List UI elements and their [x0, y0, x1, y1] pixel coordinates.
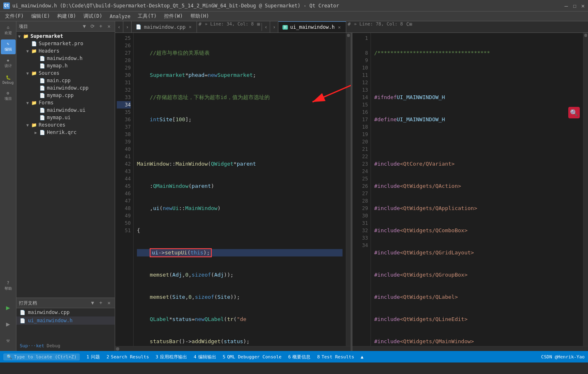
menu-analyze[interactable]: Analyze [106, 13, 134, 20]
project-tree[interactable]: ▼ 📁 Supermarket 📄 Supermarket.pro ▼ 📁 He… [16, 32, 115, 298]
cpp-file-icon: 📄 [20, 310, 25, 315]
tree-item-main-cpp[interactable]: 📄 main.cpp [16, 77, 115, 84]
status-num-8: 8 [317, 354, 320, 360]
code-panes: 25 26 27 28 29 30 31 32 33 34 35 36 37 3… [115, 33, 588, 351]
tree-arrow-henrik[interactable]: ▶ [35, 130, 39, 135]
panel-sync-btn[interactable]: ⟳ [89, 23, 96, 30]
right-line-numbers: 1 8 9 10 11 12 13 14 15 16 17 18 19 [352, 33, 371, 346]
right-code-content[interactable]: /*********************************** #if… [371, 33, 583, 346]
left-code-pane: 25 26 27 28 29 30 31 32 33 34 35 36 37 3… [115, 33, 351, 351]
close-button[interactable]: ✕ [581, 2, 585, 9]
status-app-output[interactable]: 3 应用程序输出 [155, 354, 187, 360]
menu-edit[interactable]: 编辑(E) [28, 12, 53, 21]
tree-item-forms[interactable]: ▼ 📁 Forms [16, 99, 115, 106]
open-docs-close[interactable]: ✕ [106, 300, 112, 306]
status-search-results[interactable]: 2 Search Results [106, 354, 149, 360]
right-code-pane: 🔍 1 8 9 10 11 12 13 14 15 16 17 [352, 33, 588, 351]
open-docs-header: 打开文档 ▼ + ✕ [16, 298, 115, 308]
sidebar-design[interactable]: ◈ 设计 [1, 56, 16, 71]
tab-mainwindow-cpp[interactable]: 📄 mainwindow.cpp ✕ [132, 21, 197, 32]
tab-prev-btn[interactable]: ‹ [115, 21, 123, 32]
status-test[interactable]: 8 Test Results [317, 354, 354, 360]
tab-ui-close[interactable]: ✕ [337, 24, 342, 30]
window-controls[interactable]: — ☐ ✕ [565, 2, 585, 9]
locate-search[interactable]: 🔍 Type to locate (Ctrl+Z) [3, 353, 80, 360]
left-scrollbar[interactable] [346, 33, 351, 346]
menu-file[interactable]: 文件(F) [2, 12, 27, 21]
tree-item-mymap-cpp[interactable]: 📄 mymap.cpp [16, 92, 115, 99]
left-code-content[interactable]: //超市与单位的关系链表 Supermarket* phead = new Su… [134, 33, 346, 346]
sidebar-debug[interactable]: 🐛 Debug [1, 72, 16, 87]
status-brand: CSDN @Henrik-Yao [541, 354, 585, 360]
tree-item-headers[interactable]: ▼ 📁 Headers [16, 47, 115, 55]
search-overlay-btn[interactable]: 🔍 [568, 107, 580, 118]
menu-debug[interactable]: 调试(D) [80, 12, 106, 21]
tab-next-btn[interactable]: › [123, 21, 132, 32]
left-code-editor[interactable]: 25 26 27 28 29 30 31 32 33 34 35 36 37 3… [115, 33, 351, 346]
status-bar: 🔍 Type to locate (Ctrl+Z) 1 问题 2 Search … [0, 351, 588, 362]
status-problems[interactable]: 1 问题 [86, 354, 100, 360]
status-num-5: 5 [223, 354, 226, 360]
left-hscrollbar[interactable] [115, 346, 351, 351]
open-doc-ui-mainwindow[interactable]: 📄 ui_mainwindow.h [16, 316, 115, 325]
open-doc-ui-label: ui_mainwindow.h [28, 318, 72, 323]
search-icon: 🔍 [7, 354, 12, 360]
tab-mainwindow-close[interactable]: ✕ [188, 24, 192, 30]
tree-item-henrik-qrc[interactable]: ▶ 📄 Henrik.qrc [16, 129, 115, 136]
tree-item-supermarket-pro[interactable]: 📄 Supermarket.pro [16, 40, 115, 47]
tree-item-mymap-ui[interactable]: 📄 mymap.ui [16, 114, 115, 121]
tab-right-next[interactable]: › [270, 21, 278, 32]
open-docs-panel: 打开文档 ▼ + ✕ 📄 mainwindow.cpp 📄 ui_mainwin… [16, 298, 115, 351]
tree-item-mainwindow-h[interactable]: 📄 mainwindow.h [16, 55, 115, 62]
tree-item-mymap-h[interactable]: 📄 mymap.h [16, 62, 115, 69]
tree-item-sources[interactable]: ▼ 📁 Sources [16, 69, 115, 77]
tab-ui-mainwindow[interactable]: H ui_mainwindow.h ✕ [278, 21, 346, 32]
run-icon: ▶ [6, 304, 10, 312]
menu-help[interactable]: 帮助(H) [187, 12, 213, 21]
status-expand-icon[interactable]: ▲ [361, 354, 363, 360]
open-docs-filter[interactable]: ▼ [89, 300, 96, 306]
right-hscrollbar[interactable] [352, 346, 588, 351]
sidebar-help[interactable]: ? 帮助 [1, 279, 16, 293]
tree-item-mainwindow-cpp[interactable]: 📄 mainwindow.cpp [16, 84, 115, 92]
supermarket-debug-icon: Debug [47, 343, 60, 349]
sidebar-welcome[interactable]: ⌂ 欢迎 [1, 23, 16, 38]
tree-arrow-headers[interactable]: ▼ [26, 49, 31, 53]
menu-build[interactable]: 构建(B) [54, 12, 79, 21]
tree-arrow-supermarket[interactable]: ▼ [18, 34, 23, 39]
open-doc-mainwindow-cpp[interactable]: 📄 mainwindow.cpp [16, 308, 115, 316]
status-num-6: 6 [288, 354, 291, 360]
left-line-numbers: 25 26 27 28 29 30 31 32 33 34 35 36 37 3… [115, 33, 134, 346]
open-docs-add[interactable]: + [97, 300, 104, 306]
sidebar-project[interactable]: ⚙ 项目 [1, 89, 16, 104]
project-panel-title: 项目 [19, 23, 28, 30]
sidebar-debug-run[interactable]: ▶ [1, 316, 16, 331]
status-overview[interactable]: 6 概要信息 [288, 354, 311, 360]
status-qml-debug[interactable]: 5 QML Debugger Console [223, 354, 282, 360]
tree-item-supermarket[interactable]: ▼ 📁 Supermarket [16, 32, 115, 40]
bug-icon: 🐛 [6, 75, 11, 80]
minimize-button[interactable]: — [565, 2, 568, 9]
status-num-3: 3 [155, 354, 158, 360]
tree-arrow-forms[interactable]: ▼ [26, 101, 31, 105]
tree-arrow-resources[interactable]: ▼ [26, 123, 31, 127]
tree-item-mainwindow-ui[interactable]: 📄 mainwindow.ui [16, 106, 115, 114]
maximize-button[interactable]: ☐ [573, 2, 576, 9]
right-scrollbar[interactable] [583, 33, 588, 346]
menu-tools[interactable]: 工具(T) [134, 12, 160, 21]
panel-filter-btn[interactable]: ▼ [81, 23, 88, 30]
sidebar-run[interactable]: ▶ [1, 300, 16, 315]
brand-text: CSDN @Henrik-Yao [541, 354, 585, 360]
tab-cpp-icon: 📄 [136, 24, 141, 30]
right-code-editor[interactable]: 1 8 9 10 11 12 13 14 15 16 17 18 19 [352, 33, 588, 346]
status-edit-output[interactable]: 4 编辑输出 [194, 354, 216, 360]
tree-item-resources[interactable]: ▼ 📁 Resources [16, 121, 115, 129]
menu-controls[interactable]: 控件(W) [161, 12, 186, 21]
panel-close-btn[interactable]: ✕ [106, 23, 112, 30]
panel-add-btn[interactable]: + [97, 23, 104, 30]
menu-bar: 文件(F) 编辑(E) 构建(B) 调试(D) Analyze 工具(T) 控件… [0, 12, 588, 21]
tree-arrow-sources[interactable]: ▼ [26, 71, 31, 76]
sidebar-build[interactable]: ⚒ [1, 333, 16, 348]
sidebar-edit[interactable]: ✎ 编辑 [1, 39, 16, 54]
tab-right-prev[interactable]: ‹ [262, 21, 270, 32]
